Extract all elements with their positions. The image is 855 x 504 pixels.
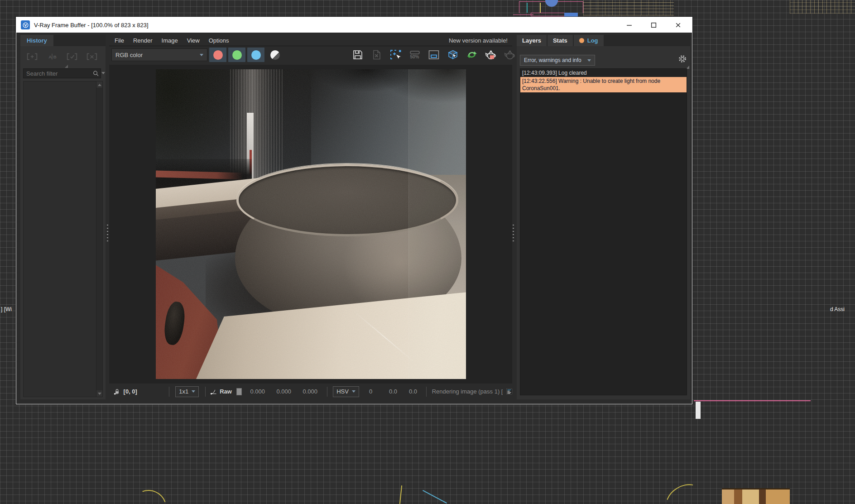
close-button[interactable] — [675, 22, 681, 28]
channel-select[interactable]: RGB color — [111, 48, 207, 61]
ab-icon-b: B — [53, 54, 56, 59]
render-noise-overlay — [156, 69, 466, 379]
tab-history[interactable]: History — [20, 35, 53, 46]
rgb-value-b: 0.000 — [303, 388, 321, 395]
render-last-button[interactable] — [483, 48, 498, 62]
right-splitter-handle[interactable] — [513, 225, 514, 242]
blue-channel-button[interactable] — [247, 48, 264, 62]
region-render-button[interactable] — [388, 48, 403, 62]
history-search — [23, 68, 101, 78]
refresh-button[interactable] — [464, 48, 479, 62]
save-icon — [352, 49, 364, 61]
hsv-value-h: 0 — [369, 388, 379, 395]
render-image[interactable] — [156, 69, 466, 379]
viewport-decoration — [513, 14, 533, 15]
delete-frame-button[interactable] — [84, 50, 100, 63]
log-entry-warning: [12:43:22.556] Warning : Unable to creat… — [520, 77, 687, 92]
search-input[interactable] — [26, 70, 93, 77]
minimize-button[interactable] — [626, 22, 632, 28]
green-channel-button[interactable] — [228, 48, 245, 62]
tab-stats[interactable]: Stats — [548, 35, 573, 46]
chevron-down-icon — [587, 59, 591, 62]
zoom-50-label: 50% — [410, 55, 419, 59]
chevron-down-icon — [352, 390, 355, 393]
tab-log-label: Log — [587, 37, 598, 44]
rgb-value-r: 0.000 — [250, 388, 268, 395]
history-panel: History A B — [20, 35, 106, 399]
display-correction-curve-icon[interactable] — [210, 388, 217, 396]
zoom-level-select[interactable]: 1x1 — [175, 386, 199, 397]
sampled-color-swatch — [236, 388, 242, 395]
letterbox-button[interactable] — [426, 48, 441, 62]
menu-render[interactable]: Render — [129, 37, 157, 44]
stats-toggle-icon[interactable] — [506, 388, 512, 395]
zoom-50-button[interactable]: 50% — [407, 48, 422, 62]
history-list[interactable] — [23, 81, 103, 397]
blue-channel-icon — [251, 50, 261, 60]
search-icon — [93, 70, 99, 77]
search-options-caret[interactable] — [101, 72, 105, 74]
raw-label: Raw — [220, 388, 232, 395]
red-channel-icon — [213, 50, 223, 60]
region-render-icon — [390, 49, 402, 61]
log-filter-select[interactable]: Error, warnings and info — [520, 55, 595, 66]
pixel-lock-icon[interactable] — [114, 387, 120, 396]
chevron-down-icon — [192, 390, 195, 393]
gear-icon[interactable] — [677, 54, 687, 64]
pixel-coords: [0, 0] — [124, 388, 144, 395]
titlebar[interactable]: V-Ray Frame Buffer - [100.0% of 823 x 82… — [16, 17, 692, 33]
isolate-select-button[interactable] — [445, 48, 460, 62]
left-splitter-handle[interactable] — [107, 225, 108, 242]
isolate-cube-icon — [447, 49, 459, 61]
tab-layers-label: Layers — [522, 37, 541, 44]
add-frame-button[interactable] — [24, 50, 40, 63]
log-panel: Layers Stats Log Error, warnings and inf… — [517, 35, 690, 399]
image-viewport — [109, 65, 512, 384]
maximize-button[interactable] — [650, 22, 657, 28]
render-progress-text: Rendering image (pass 1) [00:00:03 — [432, 388, 503, 395]
menu-file[interactable]: File — [110, 37, 129, 44]
color-mode-select[interactable]: HSV — [333, 386, 359, 397]
scroll-up-button[interactable] — [96, 82, 102, 88]
vray-logo-icon — [21, 20, 30, 29]
log-entry-info: [12:43:09.393] Log cleared — [520, 69, 687, 77]
clear-image-button[interactable] — [369, 48, 384, 62]
menu-image[interactable]: Image — [157, 37, 183, 44]
log-panel-tabs: Layers Stats Log — [517, 35, 690, 46]
mono-channel-button[interactable] — [266, 48, 283, 62]
viewport-decoration — [564, 13, 578, 17]
log-filter-value: Error, warnings and info — [524, 57, 581, 63]
viewport-decoration — [540, 3, 541, 13]
tab-layers[interactable]: Layers — [517, 35, 547, 46]
chevron-down-icon — [200, 54, 203, 56]
accept-frame-button[interactable] — [64, 50, 80, 63]
viewport-label-fragment: d Assi — [830, 306, 845, 312]
toolbar-icons: 50% — [350, 48, 517, 62]
window-body: History A B — [16, 33, 692, 404]
save-image-button[interactable] — [350, 48, 365, 62]
desktop: ] [Wi d Assi V-Ray Frame Buffer - [100.0… — [0, 0, 855, 504]
color-mode-value: HSV — [336, 388, 349, 395]
ab-compare-button[interactable]: A B — [44, 50, 60, 63]
history-scrollbar[interactable] — [96, 82, 102, 397]
status-bar: [0, 0] 1x1 Raw 0.000 0.000 — [109, 384, 512, 399]
log-list[interactable]: [12:43:09.393] Log cleared [12:43:22.556… — [520, 68, 687, 395]
red-channel-button[interactable] — [209, 48, 226, 62]
menu-options[interactable]: Options — [204, 37, 234, 44]
history-toolbar: A B — [20, 46, 106, 63]
history-resize-grip[interactable] — [65, 65, 68, 68]
menu-view[interactable]: View — [183, 37, 204, 44]
viewport-decoration — [583, 0, 674, 15]
window-controls — [626, 22, 687, 28]
hsv-value-s: 0.0 — [389, 388, 399, 395]
zoom-level-value: 1x1 — [179, 388, 188, 395]
new-version-link[interactable]: New version available! — [449, 37, 512, 44]
viewport-render-thumbnail — [722, 488, 790, 504]
scroll-down-button[interactable] — [96, 390, 102, 397]
render-button[interactable] — [502, 48, 517, 62]
viewport-decoration — [694, 400, 811, 401]
rgb-value-g: 0.000 — [276, 388, 294, 395]
channel-select-value: RGB color — [115, 52, 143, 58]
mono-channel-icon — [270, 50, 280, 60]
tab-log[interactable]: Log — [574, 35, 604, 46]
